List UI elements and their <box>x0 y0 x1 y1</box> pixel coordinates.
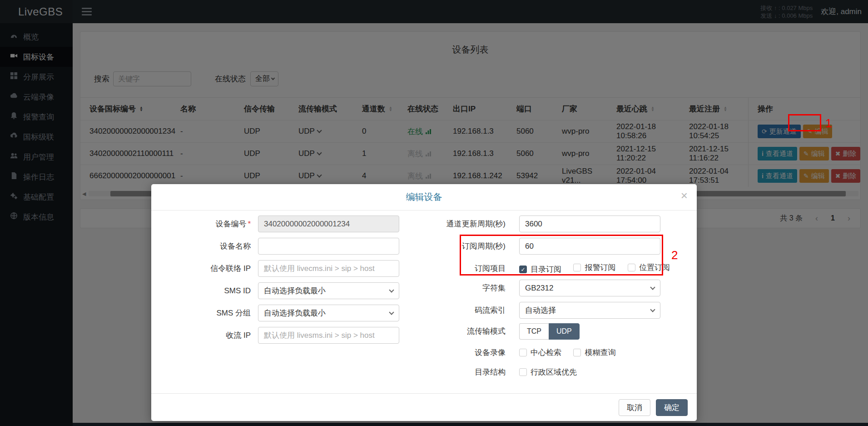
cancel-button[interactable]: 取消 <box>619 399 650 416</box>
field-device-name: 设备名称 <box>160 238 414 255</box>
udp-toggle-button[interactable]: UDP <box>549 323 580 340</box>
field-subscribe-items: 订阅项目 目录订阅 报警订阅 位置订阅 <box>415 260 687 277</box>
stream-index-select[interactable]: 自动选择 <box>519 302 660 319</box>
required-asterisk: * <box>248 220 251 228</box>
sms-id-select[interactable]: 自动选择负载最小 <box>258 282 399 299</box>
charset-select[interactable]: GB2312 <box>519 280 660 296</box>
modal-body: 设备编号* 设备名称 信令联络 IP SMS ID 自动选择负载最小 SMS 分… <box>151 210 697 393</box>
close-icon[interactable]: × <box>681 190 688 201</box>
checkbox-icon[interactable] <box>573 264 581 271</box>
checkbox-icon[interactable] <box>628 264 635 271</box>
form-column-right: 通道更新周期(秒) 订阅周期(秒) 订阅项目 目录订阅 报警订阅 位置订阅 字符… <box>415 216 687 386</box>
chevron-down-icon <box>650 285 655 290</box>
checkbox-icon[interactable] <box>519 349 527 356</box>
chevron-down-icon <box>389 287 394 292</box>
recv-ip-input[interactable] <box>258 327 399 344</box>
device-id-input <box>258 216 399 232</box>
channel-refresh-input[interactable] <box>519 216 660 232</box>
field-device-id: 设备编号* <box>160 216 414 232</box>
field-charset: 字符集 GB2312 <box>415 280 687 296</box>
field-subscribe-period: 订阅周期(秒) <box>415 238 687 255</box>
confirm-button[interactable]: 确定 <box>656 399 688 416</box>
alarm-subscribe-option[interactable]: 报警订阅 <box>573 262 615 273</box>
field-signal-ip: 信令联络 IP <box>160 260 414 277</box>
subscribe-period-input[interactable] <box>519 238 660 255</box>
field-catalog-structure: 目录结构 行政区域优先 <box>415 364 687 381</box>
field-recv-ip: 收流 IP <box>160 327 414 344</box>
modal-title: 编辑设备 <box>406 191 442 203</box>
field-stream-index: 码流索引 自动选择 <box>415 302 687 319</box>
device-name-input[interactable] <box>258 238 399 255</box>
field-sms-group: SMS 分组 自动选择负载最小 <box>160 305 414 321</box>
chevron-down-icon <box>650 307 655 312</box>
form-column-left: 设备编号* 设备名称 信令联络 IP SMS ID 自动选择负载最小 SMS 分… <box>160 216 414 349</box>
signal-ip-input[interactable] <box>258 260 399 277</box>
position-subscribe-option[interactable]: 位置订阅 <box>628 262 670 273</box>
checkbox-icon[interactable] <box>519 368 527 376</box>
tcp-toggle-button[interactable]: TCP <box>519 323 549 340</box>
edit-device-modal: 编辑设备 × 设备编号* 设备名称 信令联络 IP SMS ID 自动选择负载最… <box>151 184 697 421</box>
checkbox-checked-icon[interactable] <box>519 266 527 273</box>
checkbox-icon[interactable] <box>573 349 581 356</box>
sms-group-select[interactable]: 自动选择负载最小 <box>258 305 399 321</box>
modal-header: 编辑设备 × <box>151 184 697 210</box>
field-stream-mode: 流传输模式 TCP UDP <box>415 323 687 340</box>
modal-footer: 取消 确定 <box>151 393 697 421</box>
field-sms-id: SMS ID 自动选择负载最小 <box>160 282 414 299</box>
field-channel-refresh: 通道更新周期(秒) <box>415 216 687 232</box>
admin-region-first-option[interactable]: 行政区域优先 <box>519 367 577 377</box>
chevron-down-icon <box>389 310 394 315</box>
fuzzy-query-option[interactable]: 模糊查询 <box>573 347 615 358</box>
catalog-subscribe-option[interactable]: 目录订阅 <box>519 264 561 275</box>
field-device-record: 设备录像 中心检索 模糊查询 <box>415 344 687 361</box>
center-search-option[interactable]: 中心检索 <box>519 347 561 358</box>
